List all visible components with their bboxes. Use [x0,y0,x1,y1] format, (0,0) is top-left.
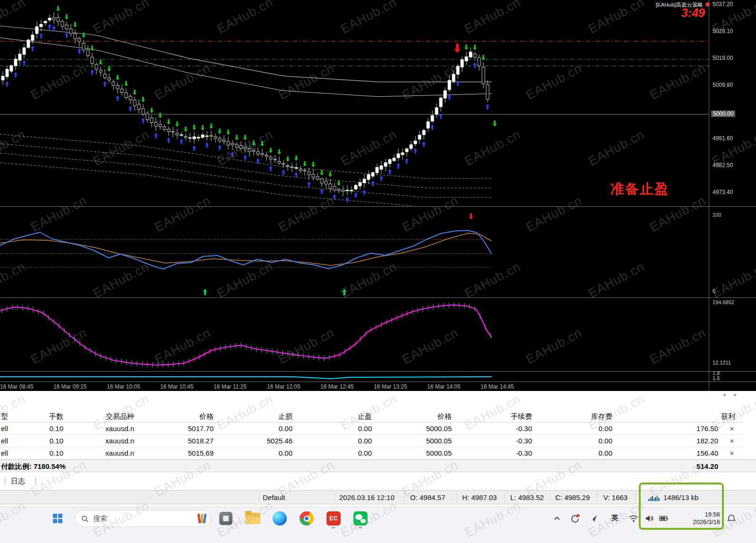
input-language-indicator[interactable]: 英 [610,514,620,522]
tab-separator [5,478,5,484]
ea-status-icon [705,2,710,7]
status-separator [505,492,505,502]
status-separator [597,492,598,502]
time-axis-label: 16 Mar 10:45 [160,383,207,390]
scroll-left-icon[interactable]: ◄ [722,392,726,397]
start-button[interactable] [47,508,68,529]
position-cell: 0.00 [535,447,615,459]
indicator-scale-label: 12.1211 [713,360,731,365]
position-cell: xauusd.n [66,435,137,447]
time-axis-label: 16 Mar 11:25 [214,383,261,390]
status-datetime: 2026.03.16 12:10 [339,493,395,501]
position-cell: 176.50 [615,423,721,435]
trade-panel: 型手数交易品种价格止损止盈价格手续费库存费获利 ell0.10xauusd.n5… [0,399,756,488]
position-row[interactable]: ell0.10xauusd.n5015.690.000.005000.05-0.… [0,447,743,459]
edge-browser-icon[interactable] [269,508,290,529]
battery-icon[interactable] [659,513,669,524]
status-separator [456,492,457,502]
file-explorer-icon[interactable] [242,508,263,529]
scroll-right-icon[interactable]: ► [733,392,738,397]
position-cell: 5025.46 [216,435,295,447]
position-cell: 5018.27 [137,435,216,447]
indicator-scale-label: 0 [713,288,715,294]
position-cell: 5015.69 [137,447,216,459]
status-close: C: 4985.29 [555,493,590,501]
clock-date: 2026/3/16 [675,518,720,526]
status-low: L: 4983.52 [510,493,544,501]
time-axis-label: 16 Mar 08:45 [0,383,47,390]
close-position-button[interactable]: × [721,447,743,459]
ec-terminal-app-icon[interactable]: EC [323,508,344,529]
position-cell: 0.00 [535,435,615,447]
column-header[interactable]: 价格 [375,410,455,423]
total-profit-value: 514.20 [696,460,718,473]
windows-logo-icon [53,514,62,523]
column-header[interactable]: 型 [0,410,33,423]
position-row[interactable]: ell0.10xauusd.n5018.275025.460.005000.05… [0,435,743,447]
trade-table-header: 型手数交易品种价格止损止盈价格手续费库存费获利 [0,410,743,423]
close-position-button[interactable]: × [721,435,743,447]
position-cell: ell [0,447,33,459]
wechat-icon [353,511,368,526]
sync-status-icon[interactable] [570,513,580,524]
column-header[interactable]: 获利 [615,410,743,423]
chart-scroll-strip[interactable]: ◄ ► [0,391,756,399]
speaker-icon[interactable] [644,513,655,524]
status-separator [404,492,405,502]
time-axis-label: 16 Mar 09:25 [53,383,101,390]
column-header[interactable]: 止盈 [295,410,375,423]
position-cell: 5017.70 [137,423,216,435]
column-header[interactable]: 手数 [33,410,66,423]
running-indicator [359,527,362,528]
folder-icon [245,513,260,524]
position-row[interactable]: ell0.10xauusd.n5017.700.000.005000.05-0.… [0,423,743,435]
chrome-browser-icon[interactable] [296,508,317,529]
edge-icon [273,511,287,526]
taskbar-search-input[interactable]: 搜索 [75,510,211,527]
column-header[interactable]: 价格 [137,410,216,423]
position-cell: xauusd.n [66,447,137,459]
status-separator [550,492,550,502]
position-cell: 182.20 [615,435,721,447]
position-cell: 156.40 [615,447,721,459]
tab-journal[interactable]: 日志 [11,477,25,486]
app-window-icon[interactable] [215,508,236,529]
wifi-icon[interactable] [628,513,639,524]
position-cell: 0.00 [295,423,375,435]
position-cell: 0.00 [295,435,375,447]
tray-expand-icon[interactable] [552,513,562,524]
position-cell: 0.00 [216,423,295,435]
take-profit-annotation: 准备止盈 [610,180,669,199]
time-axis-label: 16 Mar 12:45 [320,383,368,390]
column-header[interactable]: 库存费 [535,410,615,423]
column-header[interactable]: 止损 [216,410,295,423]
position-cell: ell [0,423,33,435]
wechat-app-icon[interactable] [350,508,371,529]
indicator-scale-label: 194.6852 [713,299,734,305]
column-header[interactable]: 手续费 [455,410,535,423]
time-axis-label: 16 Mar 12:05 [267,383,314,390]
network-traffic-icon [648,494,660,501]
windows-taskbar: 搜索 EC 英 19:56 2026/3/16 [0,507,756,543]
search-placeholder: 搜索 [93,514,107,523]
position-cell: 5000.05 [375,423,455,435]
position-cell: 5000.05 [375,447,455,459]
location-arrow-icon[interactable] [588,513,599,524]
status-high: H: 4987.03 [462,493,497,501]
column-header[interactable]: 交易品种 [66,410,137,423]
time-axis[interactable]: 16 Mar 08:4516 Mar 09:2516 Mar 10:0516 M… [0,382,709,391]
status-separator [259,492,259,502]
search-highlight-books-icon [198,514,206,523]
notification-bell-icon[interactable] [726,513,737,524]
position-cell: -0.30 [455,423,535,435]
close-position-button[interactable]: × [721,423,743,435]
status-volume: V: 1663 [603,493,627,501]
taskbar-clock[interactable]: 19:56 2026/3/16 [675,511,720,526]
indicator-axis-labels: 1000194.685212.12111.81.6 [710,0,756,391]
ec-icon: EC [326,511,341,526]
network-traffic-label: 1486/13 kb [663,493,698,501]
chrome-icon [300,511,314,526]
position-cell: 0.10 [33,435,66,447]
search-icon [81,515,89,523]
time-axis-label: 16 Mar 13:25 [374,383,421,390]
